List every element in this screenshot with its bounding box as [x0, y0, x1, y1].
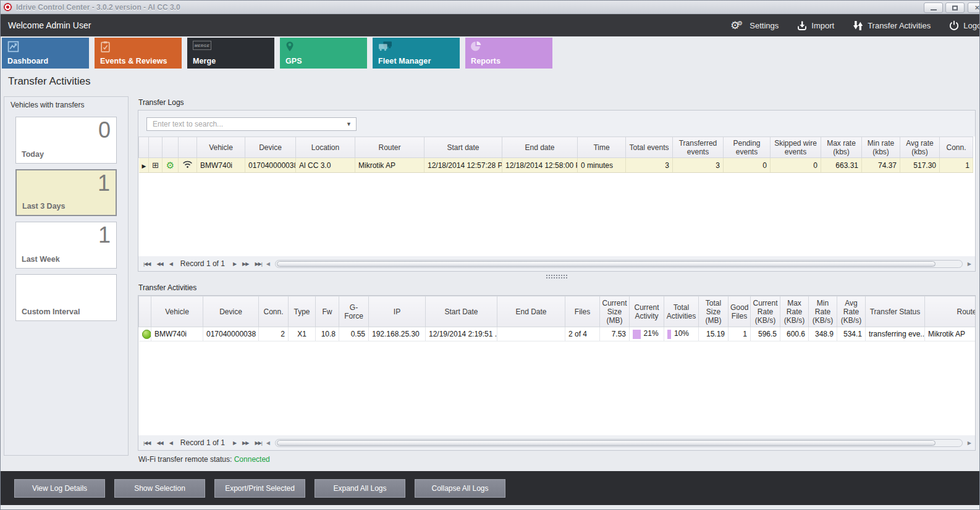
- cell-start-date[interactable]: 12/19/2014 2:19:51 ...: [426, 327, 497, 341]
- cell-location[interactable]: Al CC 3.0: [296, 158, 355, 173]
- col-location[interactable]: Location: [296, 137, 355, 158]
- col-end-date[interactable]: End Date: [497, 296, 565, 327]
- cell-current-activity[interactable]: 21%: [630, 327, 664, 341]
- cell-total-size[interactable]: 15.19: [699, 327, 729, 341]
- col-skipped-wire-events[interactable]: Skipped wire events: [771, 137, 821, 158]
- export-print-selected-button[interactable]: Export/Print Selected: [214, 479, 305, 498]
- next-page-icon[interactable]: ▶▶: [240, 440, 250, 446]
- first-record-icon[interactable]: |◀◀: [142, 261, 152, 267]
- cell-end-date[interactable]: 12/18/2014 12:58:00 PM: [502, 158, 578, 173]
- cell-avg-rate[interactable]: 517.30: [900, 158, 940, 173]
- tab-merge[interactable]: MERGE Merge: [187, 38, 274, 69]
- cell-vehicle[interactable]: BMW740i: [151, 327, 203, 341]
- prev-page-icon[interactable]: ◀◀: [154, 261, 164, 267]
- tab-events-reviews[interactable]: Events & Reviews: [95, 38, 182, 69]
- col-transfer-status[interactable]: Transfer Status: [866, 296, 925, 327]
- col-good-files[interactable]: Good Files: [729, 296, 751, 327]
- col-router[interactable]: Router: [355, 137, 425, 158]
- cell-files[interactable]: 2 of 4: [565, 327, 600, 341]
- cell-device[interactable]: 017040000038: [245, 158, 296, 173]
- col-vehicle[interactable]: Vehicle: [151, 296, 203, 327]
- maximize-button[interactable]: [945, 2, 965, 13]
- col-fw[interactable]: Fw: [316, 296, 339, 327]
- last-record-icon[interactable]: ▶▶|: [253, 440, 263, 446]
- scroll-right-icon[interactable]: ▶: [968, 440, 971, 446]
- col-current-activity[interactable]: Current Activity: [630, 296, 664, 327]
- col-total-size[interactable]: Total Size (MB): [699, 296, 729, 327]
- collapse-all-logs-button[interactable]: Collapse All Logs: [415, 479, 505, 498]
- cell-max-rate[interactable]: 600.6: [780, 327, 809, 341]
- prev-record-icon[interactable]: ◀: [167, 261, 174, 267]
- col-device[interactable]: Device: [245, 137, 296, 158]
- cell-transfer-status[interactable]: transferring eve...: [866, 327, 925, 341]
- cell-good-files[interactable]: 1: [729, 327, 751, 341]
- cell-total-activities[interactable]: 10%: [664, 327, 699, 341]
- cell-pending-events[interactable]: 0: [724, 158, 771, 173]
- col-end-date[interactable]: End date: [502, 137, 578, 158]
- card-custom-interval[interactable]: Custom Interval: [15, 274, 117, 321]
- col-min-rate[interactable]: Min rate (kbs): [862, 137, 900, 158]
- next-record-icon[interactable]: ▶: [231, 261, 238, 267]
- cell-time[interactable]: 0 minutes: [578, 158, 626, 173]
- import-button[interactable]: Import: [797, 20, 834, 30]
- col-min-rate[interactable]: Min Rate (KB/s): [809, 296, 837, 327]
- col-pending-events[interactable]: Pending events: [724, 137, 771, 158]
- cell-ip[interactable]: 192.168.25.30: [369, 327, 426, 341]
- col-time[interactable]: Time: [578, 137, 626, 158]
- col-total-activities[interactable]: Total Activities: [664, 296, 699, 327]
- expand-all-logs-button[interactable]: Expand All Logs: [315, 479, 405, 498]
- cell-start-date[interactable]: 12/18/2014 12:57:28 PM: [425, 158, 502, 173]
- cell-device[interactable]: 017040000038: [203, 327, 259, 341]
- col-type[interactable]: Type: [289, 296, 316, 327]
- next-record-icon[interactable]: ▶: [231, 440, 238, 446]
- col-device[interactable]: Device: [203, 296, 259, 327]
- cell-current-size[interactable]: 7.53: [600, 327, 630, 341]
- settings-button[interactable]: ⚙⚙ Settings: [730, 20, 779, 31]
- card-last-3-days[interactable]: 1 Last 3 Days: [15, 169, 117, 216]
- cell-router[interactable]: Mikrotik AP: [355, 158, 425, 173]
- view-log-details-button[interactable]: View Log Details: [14, 479, 105, 498]
- tab-reports[interactable]: Reports: [465, 38, 552, 69]
- cell-skipped-wire-events[interactable]: 0: [771, 158, 821, 173]
- col-current-size[interactable]: Current Size (MB): [600, 296, 630, 327]
- scroll-left-icon[interactable]: ◀: [266, 440, 270, 446]
- cell-fw[interactable]: 10.8: [316, 327, 339, 341]
- col-max-rate[interactable]: Max rate (kbs): [821, 137, 862, 158]
- chevron-down-icon[interactable]: ▼: [346, 121, 352, 127]
- col-transferred-events[interactable]: Transferred events: [673, 137, 724, 158]
- cell-min-rate[interactable]: 74.37: [862, 158, 900, 173]
- cell-end-date[interactable]: [497, 327, 565, 341]
- col-g-force[interactable]: G-Force: [339, 296, 369, 327]
- col-files[interactable]: Files: [565, 296, 600, 327]
- row-focus-arrow-icon[interactable]: ▶: [139, 158, 149, 173]
- tab-gps[interactable]: GPS: [280, 38, 367, 69]
- expand-row-icon[interactable]: ⊞: [149, 158, 163, 173]
- logout-button[interactable]: Logout: [949, 20, 980, 30]
- scrollbar-thumb[interactable]: [277, 440, 936, 446]
- scrollbar-thumb[interactable]: [277, 261, 936, 267]
- col-vehicle[interactable]: Vehicle: [197, 137, 245, 158]
- gear-status-icon[interactable]: ⚙: [163, 158, 179, 173]
- activities-horizontal-scrollbar[interactable]: [275, 439, 963, 447]
- cell-type[interactable]: X1: [289, 327, 316, 341]
- panel-splitter[interactable]: [138, 272, 976, 282]
- next-page-icon[interactable]: ▶▶: [240, 261, 250, 267]
- tab-fleet-manager[interactable]: Fleet Manager: [373, 38, 460, 69]
- col-conn[interactable]: Conn.: [940, 137, 973, 158]
- prev-record-icon[interactable]: ◀: [167, 440, 174, 446]
- cell-conn[interactable]: 1: [940, 158, 973, 173]
- card-today[interactable]: 0 Today: [15, 117, 117, 164]
- logs-horizontal-scrollbar[interactable]: [275, 260, 963, 268]
- col-avg-rate[interactable]: Avg Rate (KB/s): [837, 296, 866, 327]
- cell-g-force[interactable]: 0.55: [339, 327, 369, 341]
- cell-current-rate[interactable]: 596.5: [751, 327, 780, 341]
- card-last-week[interactable]: 1 Last Week: [15, 222, 117, 269]
- cell-max-rate[interactable]: 663.31: [821, 158, 862, 173]
- scroll-left-icon[interactable]: ◀: [266, 261, 270, 267]
- cell-total-events[interactable]: 3: [626, 158, 673, 173]
- last-record-icon[interactable]: ▶▶|: [253, 261, 263, 267]
- search-input[interactable]: [151, 119, 346, 129]
- show-selection-button[interactable]: Show Selection: [114, 479, 205, 498]
- scroll-right-icon[interactable]: ▶: [968, 261, 971, 267]
- close-button[interactable]: ✕: [968, 2, 980, 13]
